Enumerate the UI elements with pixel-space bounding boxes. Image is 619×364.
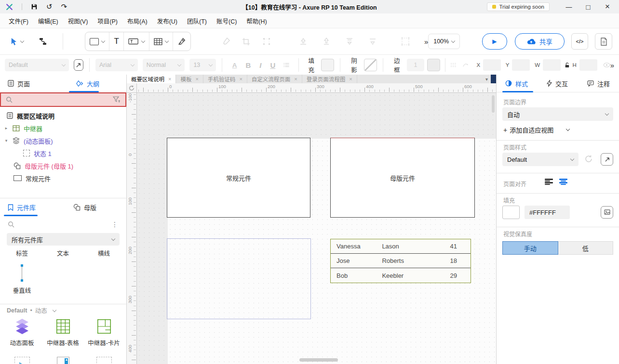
- x-field[interactable]: [483, 59, 501, 71]
- tab-pages[interactable]: 页面: [8, 79, 30, 88]
- close-button[interactable]: ×: [598, 0, 617, 13]
- widget-partial-3[interactable]: [83, 356, 125, 364]
- outline-item-page[interactable]: 概要区域说明: [0, 109, 126, 122]
- menu-team[interactable]: 团队(T): [182, 13, 212, 28]
- widget-partial-2[interactable]: [42, 356, 84, 364]
- menu-project[interactable]: 项目(P): [93, 13, 122, 28]
- menu-edit[interactable]: 编辑(E): [33, 13, 63, 28]
- tab-interactions[interactable]: 交互: [547, 79, 568, 88]
- widget-label[interactable]: 标签: [1, 248, 43, 258]
- menu-file[interactable]: 文件(F): [4, 13, 33, 28]
- font-size-select[interactable]: 13: [189, 59, 215, 71]
- canvas-tab[interactable]: 概要区域说明 ×: [127, 75, 176, 83]
- toolbar-more-button[interactable]: »: [424, 38, 428, 46]
- connector-tool-button[interactable]: [35, 33, 51, 50]
- fill-color-swatch[interactable]: [502, 206, 520, 219]
- kebab-menu-icon[interactable]: ⋮: [111, 221, 119, 228]
- outline-search-input[interactable]: [0, 92, 126, 107]
- outline-item-dynamic-panel[interactable]: ▾ (动态面板): [0, 134, 126, 147]
- border-width-field[interactable]: 1: [407, 59, 424, 71]
- close-tab-icon[interactable]: ×: [239, 76, 242, 82]
- text-field-tool-button[interactable]: [124, 32, 149, 51]
- y-field[interactable]: [512, 59, 530, 71]
- pen-tool-button[interactable]: [173, 32, 190, 51]
- add-adaptive-view-button[interactable]: + 添加自适应视图: [503, 125, 569, 134]
- zoom-select[interactable]: 100%: [428, 34, 460, 49]
- select-page-style-button[interactable]: [601, 153, 613, 166]
- repeater-row[interactable]: Bob Keebler 29: [331, 268, 471, 283]
- undo-icon[interactable]: ↺: [46, 2, 53, 11]
- widget-partial-1[interactable]: [1, 356, 43, 364]
- close-tab-icon[interactable]: ×: [349, 76, 352, 82]
- ruler-origin-button[interactable]: [127, 83, 137, 93]
- vertical-scrollbar[interactable]: [492, 95, 495, 113]
- page-bounds-select[interactable]: 自动: [502, 107, 613, 121]
- canvas-tab[interactable]: 自定义流程页面 ×: [247, 75, 302, 83]
- outline-item-state[interactable]: 状态 1: [0, 147, 126, 159]
- minimize-button[interactable]: —: [559, 0, 579, 13]
- tab-outline[interactable]: 大纲: [76, 79, 99, 88]
- menu-account[interactable]: 账号(C): [212, 13, 242, 28]
- align-page-center-button[interactable]: [559, 179, 567, 185]
- fidelity-manual-button[interactable]: 手动: [502, 241, 558, 255]
- border-color-swatch[interactable]: [427, 59, 440, 71]
- repeater-row[interactable]: Jose Roberts 18: [331, 254, 471, 268]
- fidelity-low-button[interactable]: 低: [558, 241, 614, 255]
- close-tab-icon[interactable]: ×: [168, 76, 171, 82]
- design-surface[interactable]: 常规元件 母版元件 Vanessa Lason 41 Jose Roberts: [137, 93, 496, 364]
- widget-repeater-table[interactable]: 中继器-表格: [42, 318, 84, 347]
- filter-icon[interactable]: [113, 96, 121, 104]
- trial-badge[interactable]: Trial expiring soon: [487, 2, 550, 11]
- page-style-select[interactable]: Default: [502, 153, 579, 166]
- tab-list-dropdown[interactable]: ▾: [483, 75, 491, 83]
- format-more-button[interactable]: »: [610, 61, 614, 69]
- repeater-row[interactable]: Vanessa Lason 41: [331, 239, 471, 254]
- select-style-button[interactable]: [74, 59, 83, 71]
- library-section-header[interactable]: Default • 动态: [7, 306, 121, 315]
- tab-overflow-button[interactable]: [491, 75, 496, 83]
- menu-view[interactable]: 视图(V): [63, 13, 93, 28]
- menu-help[interactable]: 帮助(H): [242, 13, 271, 28]
- widget-label[interactable]: 文本: [42, 248, 84, 258]
- canvas-tab[interactable]: 手机验证码 ×: [203, 75, 247, 83]
- tab-style[interactable]: 样式: [505, 79, 528, 88]
- inspect-code-button[interactable]: </>: [571, 33, 589, 50]
- tab-notes[interactable]: 注释: [587, 79, 610, 88]
- lock-open-icon[interactable]: [565, 62, 570, 68]
- horizontal-scrollbar[interactable]: [299, 358, 338, 362]
- w-field[interactable]: [543, 59, 561, 71]
- canvas-widget-dynamic-panel[interactable]: [167, 238, 311, 319]
- style-preset-select[interactable]: Default: [5, 59, 69, 71]
- select-tool-button[interactable]: [5, 33, 29, 50]
- tab-masters[interactable]: 母版: [73, 203, 96, 212]
- preview-button[interactable]: ▶: [482, 33, 507, 50]
- canvas-widget-master[interactable]: 母版元件: [330, 138, 475, 218]
- search-icon[interactable]: [8, 221, 14, 228]
- library-filter-select[interactable]: 所有元件库: [7, 233, 120, 246]
- font-weight-select[interactable]: Normal: [143, 59, 185, 71]
- save-icon[interactable]: [31, 3, 38, 10]
- widget-vertical-line[interactable]: 垂直线: [1, 264, 43, 295]
- redo-icon[interactable]: ↷: [61, 2, 67, 11]
- maximize-button[interactable]: □: [579, 0, 598, 13]
- outline-item-master[interactable]: 母版元件 (母版 1): [0, 159, 126, 172]
- canvas-widget-repeater[interactable]: Vanessa Lason 41 Jose Roberts 18 Bob Kee…: [330, 239, 471, 283]
- table-tool-button[interactable]: [149, 32, 173, 51]
- align-page-left-button[interactable]: [545, 179, 553, 185]
- rectangle-tool-button[interactable]: [85, 32, 109, 51]
- outline-item-repeater[interactable]: ▸ 中继器: [0, 122, 126, 134]
- tab-widget-library[interactable]: 元件库: [8, 203, 36, 212]
- notes-doc-button[interactable]: [595, 33, 612, 50]
- shadow-swatch[interactable]: [364, 59, 377, 71]
- canvas-tab[interactable]: 模板 ×: [176, 75, 203, 83]
- menu-publish[interactable]: 发布(U): [152, 13, 182, 28]
- widget-dynamic-panel[interactable]: 动态面板: [1, 318, 43, 347]
- share-button[interactable]: 共享: [515, 33, 565, 50]
- menu-arrange[interactable]: 布局(A): [122, 13, 152, 28]
- font-family-select[interactable]: Arial: [95, 59, 138, 71]
- close-tab-icon[interactable]: ×: [195, 76, 198, 82]
- h-field[interactable]: [579, 59, 597, 71]
- fill-hex-field[interactable]: #FFFFFF: [525, 206, 570, 219]
- canvas-tab[interactable]: 登录页面流程图 ×: [302, 75, 357, 83]
- fill-image-button[interactable]: [601, 206, 613, 219]
